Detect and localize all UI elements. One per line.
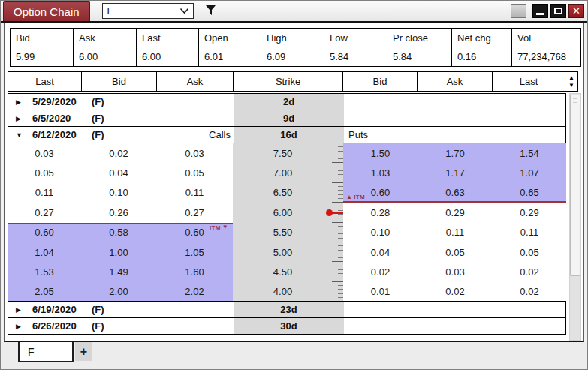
put-ask-cell[interactable]: 0.03 [418,262,493,281]
title-bar: Option Chain F ✕ [1,1,587,23]
expiry-root: (F) [92,129,104,140]
expiry-row[interactable]: ▶5/29/2020(F)2d [8,93,566,110]
put-ask-cell[interactable]: 0.11 [418,223,493,242]
put-bid-cell[interactable]: 0.04 [343,242,418,262]
put-bid-cell[interactable]: 1.03 [343,163,418,182]
minimize-button[interactable] [532,4,548,18]
put-last-cell[interactable]: 0.02 [493,262,566,281]
call-ask-cell[interactable]: 2.02 [156,282,233,302]
call-ask-cell[interactable]: 0.05 [156,163,233,182]
call-ask-cell[interactable]: 0.03 [156,143,233,163]
quote-header-cell: Pr close [387,29,452,47]
symbol-dropdown-value: F [107,5,113,17]
call-last-cell[interactable]: 1.04 [8,242,81,262]
call-last-cell[interactable]: 1.53 [8,262,81,281]
chain-header-cell[interactable]: Strike [233,71,343,92]
scroll-down-icon[interactable]: ▼ [568,83,574,88]
expand-arrow-icon[interactable]: ▶ [16,98,32,106]
option-row: 0.110.100.116.500.600.630.65▲ITM [8,183,566,203]
call-bid-cell[interactable]: 1.00 [81,242,156,262]
call-bid-cell[interactable]: 0.26 [81,203,156,222]
call-last-cell[interactable]: 2.05 [8,282,81,302]
puts-label: Puts [348,129,368,140]
call-bid-cell[interactable]: 1.49 [81,262,156,281]
put-last-cell[interactable]: 0.11 [493,223,566,242]
put-bid-cell[interactable]: 1.50 [343,143,418,163]
strike-value: 4.50 [273,266,292,278]
chain-header-cell[interactable]: Last [8,71,82,92]
expiry-row[interactable]: ▼6/12/2020(F)CallsPuts16d [8,126,566,143]
put-last-cell[interactable]: 0.02 [493,282,566,302]
put-ask-cell[interactable]: 1.70 [418,143,493,163]
tab-f[interactable]: F [18,342,74,362]
put-bid-cell[interactable]: 0.02 [343,262,418,281]
put-ask-cell[interactable]: 1.17 [418,163,493,182]
expiry-row[interactable]: ▶6/19/2020(F)23d [8,301,566,318]
put-ask-cell[interactable]: 0.29 [418,203,493,222]
expand-arrow-icon[interactable]: ▶ [16,323,32,330]
put-last-cell[interactable]: 0.29 [493,203,566,222]
put-last-cell[interactable]: 1.07 [493,163,566,182]
quote-header-cell: Vol [512,29,580,47]
option-row: 1.531.491.604.500.020.030.02 [8,262,566,281]
quote-header-cell: Net chg [452,29,512,47]
chain-header-cell[interactable]: Ask [417,71,493,92]
itm-label: ITM [210,224,221,231]
call-side: 1.531.491.60 [8,262,233,281]
vertical-scrollbar[interactable] [569,93,581,341]
call-ask-cell[interactable]: 1.05 [156,242,233,262]
put-ask-cell[interactable]: 0.05 [418,242,493,262]
put-bid-cell[interactable]: 0.01 [343,282,418,302]
put-last-cell[interactable]: 0.05 [493,242,566,262]
maximize-button[interactable] [550,4,566,18]
call-last-cell[interactable]: 0.05 [8,163,81,182]
call-bid-cell[interactable]: 0.10 [81,183,156,203]
pin-button[interactable] [511,4,526,18]
call-last-cell[interactable]: 0.27 [8,203,81,222]
expiry-row[interactable]: ▶6/26/2020(F)30d [8,317,566,335]
call-ask-cell[interactable]: 1.60 [156,262,233,281]
expand-arrow-icon[interactable]: ▶ [16,115,32,122]
put-last-cell[interactable]: 1.54 [493,143,566,163]
close-icon: ✕ [572,6,580,16]
chain-header-cell[interactable]: Ask [156,71,234,92]
expand-arrow-icon[interactable]: ▶ [16,306,32,314]
expiry-row[interactable]: ▶6/5/2020(F)9d [8,110,566,127]
call-last-cell[interactable]: 0.11 [8,183,81,203]
call-bid-cell[interactable]: 0.58 [81,223,156,242]
quote-value-cell: 5.84 [324,47,387,66]
put-bid-cell[interactable]: 0.28 [343,203,418,222]
call-last-cell[interactable]: 0.60 [8,223,81,242]
call-ask-cell[interactable]: 0.11 [156,183,233,203]
call-bid-cell[interactable]: 0.02 [81,143,156,163]
filter-button[interactable] [204,4,219,19]
call-side: 1.041.001.05 [8,242,233,262]
chain-header-cells: LastBidAskStrikeBidAskLast [8,71,565,92]
put-last-cell[interactable]: 0.65 [493,183,566,203]
chain-header-cell[interactable]: Bid [81,71,157,92]
collapse-arrow-icon[interactable]: ▼ [16,131,32,139]
chain-header-cell[interactable]: Bid [342,71,418,92]
option-row: 0.600.580.60ITM▼5.500.100.110.11 [8,223,566,242]
close-button[interactable]: ✕ [568,4,584,18]
call-ask-cell[interactable]: 0.27 [156,203,233,222]
put-ask-cell[interactable]: 0.02 [418,282,493,302]
scrollbar-thumb[interactable] [570,95,580,276]
chain-header-cell[interactable]: Last [492,71,565,92]
quote-header-cell: Open [199,29,261,47]
scroll-up-icon[interactable]: ▲ [568,75,574,80]
call-bid-cell[interactable]: 0.04 [81,163,156,182]
option-row: 0.050.040.057.001.031.171.07 [8,163,566,182]
symbol-dropdown[interactable]: F [102,3,194,19]
put-side: 1.501.701.54 [343,143,566,163]
tab-f-label: F [28,346,35,358]
strike-value: 6.50 [273,187,292,198]
put-bid-cell[interactable]: 0.10 [343,223,418,242]
call-bid-cell[interactable]: 2.00 [81,282,156,302]
quote-value-cell: 6.00 [74,47,137,66]
option-row: 0.270.260.276.000.280.290.29 [8,203,566,222]
put-ask-cell[interactable]: 0.63 [418,183,493,203]
add-tab-button[interactable]: + [75,342,92,361]
quote-value-cell: 0.16 [452,47,512,66]
call-last-cell[interactable]: 0.03 [8,143,81,163]
